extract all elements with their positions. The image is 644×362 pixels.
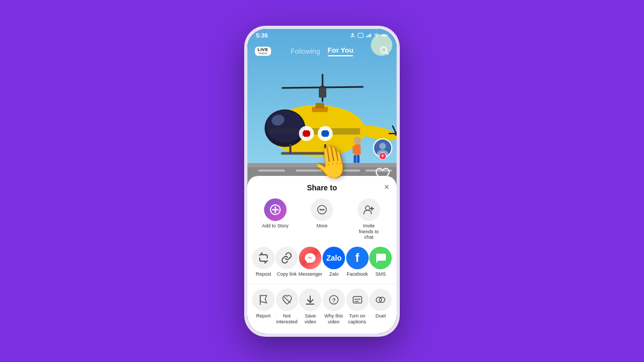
share-item-duet[interactable]: Duet [369, 289, 392, 325]
messenger-label: Messenger [298, 271, 323, 277]
svg-rect-33 [357, 146, 360, 153]
copy-link-label: Copy link [277, 271, 297, 277]
svg-rect-45 [382, 34, 386, 36]
invite-friends-label: Invite friends to chat [355, 223, 382, 240]
tab-for-you[interactable]: For You [328, 46, 354, 56]
svg-point-71 [379, 297, 385, 302]
report-label: Report [256, 313, 270, 319]
zalo-label: Zalo [330, 271, 339, 277]
svg-line-48 [386, 52, 388, 54]
search-icon-top[interactable] [379, 46, 389, 57]
share-item-invite[interactable]: Invite friends to chat [355, 198, 382, 240]
top-nav: LIVE festival Following For You [247, 41, 397, 62]
share-item-more[interactable]: More [309, 198, 335, 240]
facebook-f: f [355, 251, 359, 265]
zalo-icon: Zalo [323, 247, 345, 269]
svg-rect-35 [357, 155, 360, 163]
svg-rect-29 [316, 103, 324, 108]
svg-rect-40 [367, 35, 368, 37]
share-title: Share to [307, 183, 337, 192]
svg-point-56 [319, 209, 321, 210]
add-to-story-label: Add to Story [262, 223, 289, 229]
more-icon [311, 198, 333, 221]
share-item-report[interactable]: Report [252, 289, 275, 325]
report-icon [252, 289, 275, 311]
svg-point-43 [376, 36, 377, 38]
not-interested-icon [276, 289, 298, 311]
duet-icon [369, 289, 392, 311]
svg-point-50 [379, 143, 386, 149]
hand-cursor-overlay: 🤚 [309, 139, 355, 184]
svg-rect-46 [387, 35, 387, 35]
invite-friends-icon [357, 198, 380, 221]
share-item-messenger[interactable]: Messenger [298, 247, 323, 277]
share-item-sms[interactable]: SMS [369, 247, 393, 277]
share-row-3: Report Not interested [247, 284, 397, 328]
duet-label: Duet [376, 313, 386, 319]
share-item-not-interested[interactable]: Not interested [275, 289, 299, 325]
svg-point-30 [354, 137, 361, 144]
share-sheet: Share to × Add to Story [247, 176, 397, 334]
save-video-label: Save video [298, 313, 322, 325]
share-item-zalo[interactable]: Zalo Zalo [323, 247, 346, 277]
status-bar: 5:36 [247, 29, 397, 42]
share-item-captions[interactable]: Turn on captions [346, 289, 369, 325]
svg-rect-18 [303, 131, 310, 136]
share-item-save[interactable]: Save video [298, 289, 322, 325]
captions-label: Turn on captions [346, 313, 369, 325]
status-icons [349, 33, 388, 38]
not-interested-label: Not interested [275, 313, 299, 325]
add-to-story-icon [264, 198, 287, 221]
tab-following[interactable]: Following [291, 47, 320, 55]
share-header: Share to × [247, 183, 397, 198]
share-item-facebook[interactable]: f Facebook [346, 247, 369, 277]
why-video-label: Why this video [322, 313, 346, 325]
more-label: More [317, 223, 328, 229]
share-item-repost[interactable]: Repost [252, 247, 275, 277]
phone-frame: 5:36 [244, 26, 400, 337]
copy-link-icon [275, 247, 298, 269]
svg-point-59 [365, 206, 370, 210]
svg-point-58 [323, 209, 324, 210]
close-button[interactable]: × [384, 182, 389, 192]
avatar-container[interactable]: + [373, 138, 392, 158]
follow-plus-badge: + [379, 152, 386, 160]
svg-point-57 [321, 209, 323, 210]
svg-rect-39 [366, 36, 367, 37]
svg-rect-21 [321, 131, 329, 136]
svg-rect-9 [319, 88, 326, 98]
repost-icon [252, 247, 275, 269]
why-video-icon: ? [323, 289, 345, 311]
sms-icon [369, 247, 392, 269]
svg-rect-42 [370, 33, 371, 37]
svg-point-37 [352, 33, 354, 35]
zalo-text: Zalo [326, 254, 342, 262]
svg-rect-38 [358, 33, 363, 38]
messenger-icon [299, 247, 321, 269]
live-sub: festival [259, 52, 267, 55]
svg-rect-32 [353, 146, 355, 153]
svg-point-13 [266, 110, 304, 143]
phone-screen: 5:36 [247, 29, 397, 334]
svg-rect-67 [353, 297, 362, 303]
svg-text:?: ? [332, 297, 335, 304]
share-row-1: Add to Story More [247, 198, 397, 247]
sms-label: SMS [376, 271, 386, 277]
save-video-icon [299, 289, 321, 311]
share-item-copy-link[interactable]: Copy link [275, 247, 299, 277]
svg-rect-41 [369, 34, 370, 37]
live-badge: LIVE festival [255, 47, 271, 56]
share-row-2: Repost Copy link [247, 247, 397, 284]
repost-label: Repost [255, 271, 271, 277]
captions-icon [346, 289, 369, 311]
share-item-add-to-story[interactable]: Add to Story [262, 198, 289, 240]
svg-rect-15 [269, 128, 360, 135]
share-item-why[interactable]: ? Why this video [322, 289, 346, 325]
facebook-icon: f [346, 247, 369, 269]
svg-rect-34 [354, 155, 356, 163]
facebook-label: Facebook [347, 271, 368, 277]
svg-rect-2 [258, 169, 285, 172]
status-time: 5:36 [256, 32, 268, 39]
nav-tabs: Following For You [291, 46, 354, 56]
